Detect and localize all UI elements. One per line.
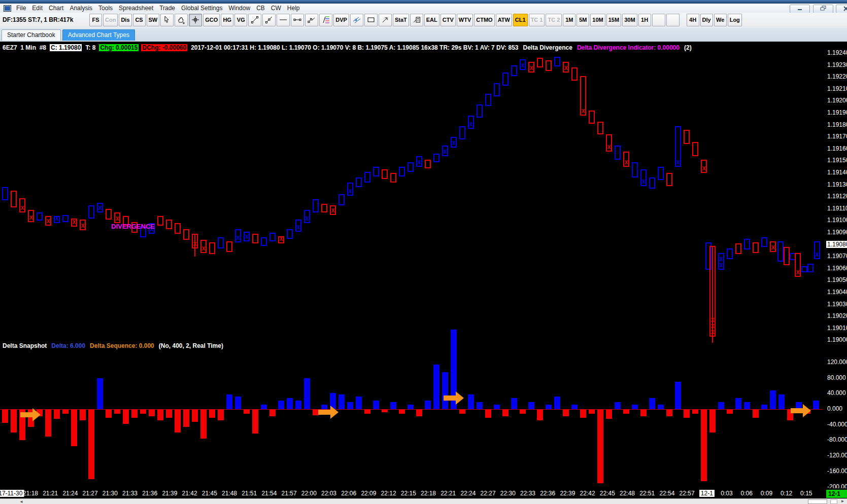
toolbar-button-sw[interactable]: SW [147,14,160,26]
time-tick-label: 21:33 [122,490,138,497]
toolbar-crosshair-icon[interactable] [189,14,202,26]
divergence-x-mark: X [201,246,206,251]
delta-tick-label: -80.000 [827,436,847,443]
delta-bar [88,409,94,479]
menu-item-cw[interactable]: CW [268,5,284,12]
toolbar-hand-icon[interactable] [175,14,188,26]
toolbar-button-dvp[interactable]: DVP [333,14,349,26]
menu-item-chart[interactable]: Chart [46,5,66,12]
toolbar-button-blank[interactable] [652,14,665,26]
price-tick-label: 1.19230 [827,61,847,68]
toolbar-button-we[interactable]: We [714,14,727,26]
menu-item-help[interactable]: Help [284,5,303,12]
delta-bar [615,402,621,409]
candle: X [623,152,629,167]
delta-bar [589,409,595,414]
restore-button[interactable] [813,5,833,13]
toolbar-rect-icon[interactable] [364,14,378,26]
divergence-x-mark: X [348,189,352,194]
toolbar-button-cs[interactable]: CS [133,14,146,26]
delta-bar [761,405,767,409]
tab-advanced-chart-types[interactable]: Advanced Chart Types [62,29,135,41]
delta-title-segment: Delta Snapshot [2,342,48,349]
toolbar-button-5m[interactable]: 5M [577,14,589,26]
delta-bar [261,405,267,409]
delta-bar [649,398,655,409]
menu-item-trade[interactable]: Trade [156,5,178,12]
menu-item-analysis[interactable]: Analysis [66,5,95,12]
toolbar-zigzag-icon[interactable] [305,14,318,26]
toolbar-button-gco[interactable]: GCO [203,14,220,26]
menu-item-tools[interactable]: Tools [95,5,116,12]
candle [252,234,258,243]
toolbar-button-hg[interactable]: HG [221,14,233,26]
toolbar-hseg-icon[interactable] [291,14,304,26]
divergence-x-mark: X [796,270,800,275]
price-tick-label: 1.19060 [827,265,847,272]
toolbar-button-10m[interactable]: 10M [590,14,605,26]
divergence-x-mark: X [719,257,723,262]
horizontal-scrollbar[interactable]: ◄ ► [0,498,847,504]
price-tick-label: 1.19200 [827,97,847,104]
chart-area[interactable]: 6EZ7 1 Min #8C: 1.19080T: 8Chg: 0.00015D… [0,42,847,498]
toolbar-fib-icon[interactable] [319,14,332,26]
price-tick-label: 1.19220 [827,73,847,80]
time-tick-label: 22:36 [540,490,555,497]
menu-item-cb[interactable]: CB [253,5,268,12]
menu-item-spreadsheet[interactable]: Spreadsheet [116,5,156,12]
scrollbar-right-arrow-icon[interactable]: ► [838,499,847,504]
toolbar-button-4h[interactable]: 4H [687,14,699,26]
toolbar-button-dly[interactable]: Dly [700,14,713,26]
toolbar-button-ctv[interactable]: CTV [441,14,456,26]
candle [784,247,790,265]
delta-bar [520,409,526,414]
menu-item-file[interactable]: File [13,5,29,12]
candle: X [71,219,77,227]
menu-item-edit[interactable]: Edit [29,5,46,12]
toolbar-button-atw[interactable]: ATW [496,14,512,26]
delta-bar [753,409,759,418]
toolbar-button-wtv[interactable]: WTV [457,14,473,26]
toolbar-button-vg[interactable]: VG [234,14,247,26]
toolbar-button-ctmo[interactable]: CTMO [474,14,494,26]
close-button[interactable] [836,5,847,13]
toolbar-button-stat[interactable]: StaT [393,14,409,26]
delta-title-segment: Delta Sequence: 0.000 [89,342,155,349]
candle [735,243,741,254]
toolbar-button-15m[interactable]: 15M [606,14,621,26]
toolbar-button-eal[interactable]: EAL [424,14,439,26]
time-tick-label: 22:18 [421,490,436,497]
time-axis[interactable]: 17-11-3021:1821:2121:2421:2721:3021:3321… [0,488,847,498]
delta-bar [666,409,672,416]
toolbar-button-cl1[interactable]: CL1 [513,14,528,26]
candle: X [200,240,207,253]
scrollbar-left-arrow-icon[interactable]: ◄ [19,499,23,504]
candle: X [795,253,801,277]
toolbar-button-dis[interactable]: Dis [119,14,131,26]
time-tick-label: 22:09 [361,490,376,497]
minimize-button[interactable] [790,5,810,13]
delta-bar [62,409,69,414]
tab-starter-chartbook[interactable]: Starter Chartbook [2,29,61,41]
toolbar-button-1h[interactable]: 1H [638,14,651,26]
toolbar-button-fs[interactable]: FS [89,14,102,26]
toolbar-calc-icon[interactable] [410,14,423,26]
candle [261,237,267,246]
toolbar-cursor-icon[interactable] [160,14,174,26]
toolbar-arrow-ne-icon[interactable] [379,14,392,26]
toolbar-button-1m[interactable]: 1M [563,14,575,26]
menu-item-global-settings[interactable]: Global Settings [178,5,225,12]
toolbar-button-log[interactable]: Log [728,14,742,26]
scrollbar-grip[interactable] [830,499,837,504]
price-tick-label: 1.19150 [827,157,847,164]
menu-item-window[interactable]: Window [225,5,253,12]
menubar: FileEditChartAnalysisToolsSpreadsheetTra… [0,4,847,13]
scrollbar-thumb[interactable] [808,499,827,504]
toolbar-line-icon[interactable] [248,14,261,26]
toolbar-ray-icon[interactable] [262,14,276,26]
toolbar-button-30m[interactable]: 30M [622,14,637,26]
divergence-x-mark: X [305,216,309,222]
toolbar-button-blank[interactable] [666,14,680,26]
toolbar-channel-icon[interactable] [350,14,363,26]
toolbar-hline-icon[interactable] [277,14,290,26]
